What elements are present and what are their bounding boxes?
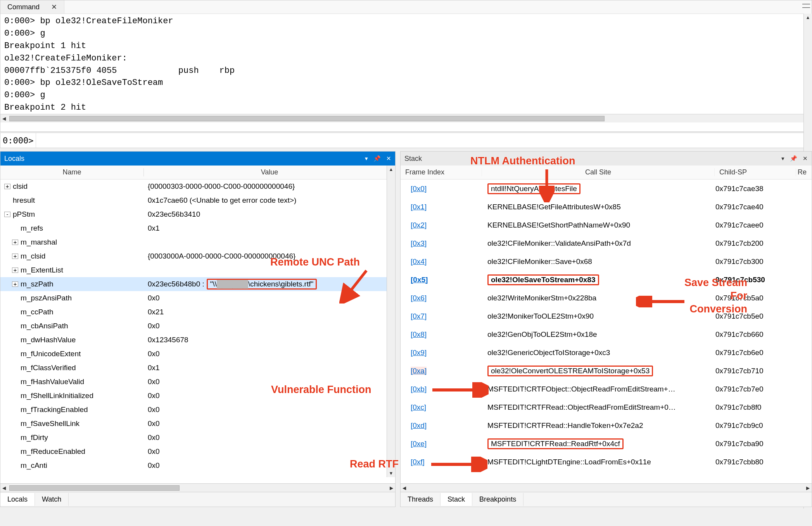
stack-row[interactable]: [0x2]KERNELBASE!GetShortPathNameW+0x900x… <box>401 216 812 234</box>
stack-row[interactable]: [0x9]ole32!GenericObjectToIStorage+0xc30… <box>401 343 812 362</box>
local-name: m_fShellLinkInitialized <box>21 391 93 400</box>
frame-index-link[interactable]: [0xb] <box>411 385 427 393</box>
frame-index-link[interactable]: [0x8] <box>411 330 427 338</box>
expand-icon[interactable]: + <box>12 267 18 273</box>
frame-index-link[interactable]: [0xa] <box>411 367 427 375</box>
local-name: m_szPath <box>21 280 53 288</box>
frame-index-link[interactable]: [0x7] <box>411 312 427 320</box>
close-icon[interactable]: ✕ <box>386 155 391 162</box>
stack-row[interactable]: [0xc]MSFTEDIT!CRTFRead::ObjectReadFromEd… <box>401 398 812 416</box>
stack-row[interactable]: [0x3]ole32!CFileMoniker::ValidateAnsiPat… <box>401 234 812 252</box>
locals-header-name[interactable]: Name <box>0 168 144 176</box>
stack-header-child[interactable]: Child-SP <box>715 168 796 176</box>
frame-index-link[interactable]: [0xd] <box>411 421 427 429</box>
scroll-right-icon[interactable]: ▶ <box>804 485 812 491</box>
local-row[interactable]: m_fSaveShellLink0x0 <box>0 417 395 431</box>
local-row[interactable]: +m_clsid{0003000A-0000-0000-C000-0000000… <box>0 249 395 263</box>
local-row[interactable]: +m_ExtentList <box>0 263 395 277</box>
child-sp: 0x791c7cb5e0 <box>712 312 794 321</box>
panel-menu-icon[interactable]: —— <box>802 2 810 9</box>
local-row[interactable]: m_ccPath0x21 <box>0 305 395 319</box>
dropdown-icon[interactable]: ▾ <box>365 155 368 162</box>
locals-header-value[interactable]: Value <box>144 168 395 176</box>
local-row[interactable]: m_fShellLinkInitialized0x0 <box>0 389 395 403</box>
expand-icon[interactable]: + <box>12 254 18 259</box>
stack-row[interactable]: [0xd]MSFTEDIT!CRTFRead::HandleToken+0x7e… <box>401 416 812 435</box>
frame-index-link[interactable]: [0x1] <box>411 203 427 211</box>
local-row[interactable]: +m_marshal <box>0 235 395 249</box>
scroll-down-icon[interactable]: ▼ <box>389 469 394 477</box>
scroll-right-icon[interactable]: ▶ <box>388 485 395 491</box>
stack-row[interactable]: [0xf]MSFTEDIT!CLightDTEngine::LoadFromEs… <box>401 453 812 471</box>
expand-icon[interactable]: + <box>4 184 10 189</box>
pin-icon[interactable]: 📌 <box>373 155 381 162</box>
frame-index-link[interactable]: [0x2] <box>411 221 427 229</box>
local-row[interactable]: +m_szPath0x23ec56b48b0 :"\\██████\chicke… <box>0 277 395 291</box>
scroll-left-icon[interactable]: ◀ <box>0 116 8 121</box>
local-row[interactable]: +clsid{00000303-0000-0000-C000-000000000… <box>0 179 395 193</box>
stack-row[interactable]: [0x8]ole32!GenObjToOLE2Stm+0x18e0x791c7c… <box>401 325 812 343</box>
frame-index-link[interactable]: [0x6] <box>411 294 427 302</box>
collapse-icon[interactable]: - <box>4 212 10 217</box>
stack-row[interactable]: [0xe]MSFTEDIT!CRTFRead::ReadRtf+0x4cf0x7… <box>401 435 812 453</box>
local-row[interactable]: m_fTrackingEnabled0x0 <box>0 403 395 417</box>
locals-vertical-scrollbar[interactable]: ▲ ▼ <box>387 166 395 477</box>
local-row[interactable]: m_cAnti0x0 <box>0 459 395 473</box>
local-row[interactable]: m_refs0x1 <box>0 221 395 235</box>
frame-index-link[interactable]: [0xc] <box>411 403 426 411</box>
locals-grid-header: Name Value <box>0 166 395 179</box>
call-site: MSFTEDIT!CLightDTEngine::LoadFromEs+0x11… <box>484 458 712 466</box>
stack-horizontal-scrollbar[interactable]: ◀ ▶ <box>401 483 812 492</box>
expand-icon[interactable]: + <box>12 281 18 287</box>
frame-index-link[interactable]: [0x4] <box>411 257 427 266</box>
local-row[interactable]: hresult0x1c7cae60 (<Unable to get error … <box>0 193 395 207</box>
stack-row[interactable]: [0x7]ole32!MonikerToOLE2Stm+0x900x791c7c… <box>401 307 812 325</box>
scroll-left-icon[interactable]: ◀ <box>0 485 8 491</box>
horizontal-scrollbar[interactable]: ◀ ▶ <box>0 114 812 122</box>
footer-tab-locals[interactable]: Locals <box>0 493 35 506</box>
frame-index-link[interactable]: [0xe] <box>411 440 427 448</box>
stack-row[interactable]: [0x0]ntdll!NtQueryAttributesFile0x791c7c… <box>401 179 812 198</box>
close-icon[interactable]: ✕ <box>51 3 57 11</box>
scroll-thumb[interactable] <box>9 485 180 491</box>
frame-index-link[interactable]: [0x5] <box>411 276 428 284</box>
local-row[interactable]: m_fDirty0x0 <box>0 431 395 445</box>
stack-row[interactable]: [0x6]ole32!WriteMonikerStm+0x228ba0x791c… <box>401 289 812 307</box>
local-row[interactable]: m_fHashValueValid0x0 <box>0 375 395 389</box>
stack-row[interactable]: [0x5]ole32!OleSaveToStream+0x830x791c7cb… <box>401 271 812 289</box>
local-row[interactable]: m_fClassVerified0x1 <box>0 361 395 375</box>
pin-icon[interactable]: 📌 <box>790 155 797 162</box>
command-input[interactable] <box>36 133 812 148</box>
frame-index-link[interactable]: [0xf] <box>411 458 425 466</box>
stack-row[interactable]: [0x4]ole32!CFileMoniker::Save+0x680x791c… <box>401 252 812 271</box>
local-row[interactable]: -pPStm0x23ec56b3410 <box>0 207 395 221</box>
footer-tab-threads[interactable]: Threads <box>401 493 441 506</box>
stack-header-frame[interactable]: Frame Index <box>401 168 482 176</box>
frame-index-link[interactable]: [0x9] <box>411 348 427 357</box>
locals-horizontal-scrollbar[interactable]: ◀ ▶ <box>0 483 395 492</box>
local-row[interactable]: m_cbAnsiPath0x0 <box>0 319 395 333</box>
local-row[interactable]: m_pszAnsiPath0x0 <box>0 291 395 305</box>
footer-tab-watch[interactable]: Watch <box>35 493 69 506</box>
local-row[interactable]: m_fUnicodeExtent0x0 <box>0 347 395 361</box>
stack-row[interactable]: [0x1]KERNELBASE!GetFileAttributesW+0x850… <box>401 198 812 216</box>
footer-tab-stack[interactable]: Stack <box>441 493 472 506</box>
stack-row[interactable]: [0xa]ole32!OleConvertOLESTREAMToIStorage… <box>401 362 812 380</box>
stack-row[interactable]: [0xb]MSFTEDIT!CRTFObject::ObjectReadFrom… <box>401 380 812 398</box>
local-row[interactable]: m_fReduceEnabled0x0 <box>0 445 395 459</box>
scroll-up-icon[interactable]: ▲ <box>389 166 394 173</box>
frame-index-link[interactable]: [0x3] <box>411 239 427 247</box>
local-name: m_fReduceEnabled <box>21 447 85 456</box>
command-tab[interactable]: Command ✕ <box>0 0 64 14</box>
scroll-thumb[interactable] <box>9 116 605 121</box>
scroll-left-icon[interactable]: ◀ <box>401 485 408 491</box>
scroll-up-icon[interactable]: ▲ <box>806 14 810 21</box>
footer-tab-breakpoints[interactable]: Breakpoints <box>472 493 523 506</box>
local-row[interactable]: m_dwHashValue0x12345678 <box>0 333 395 347</box>
close-icon[interactable]: ✕ <box>803 155 808 162</box>
expand-icon[interactable]: + <box>12 240 18 245</box>
dropdown-icon[interactable]: ▾ <box>781 155 784 162</box>
stack-header-ret[interactable]: Re <box>796 168 812 176</box>
frame-index-link[interactable]: [0x0] <box>411 185 427 193</box>
stack-header-site[interactable]: Call Site <box>482 168 715 176</box>
